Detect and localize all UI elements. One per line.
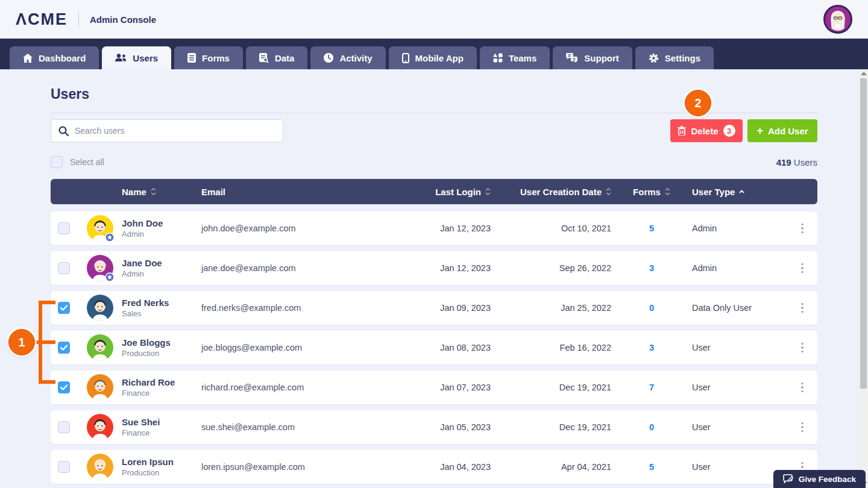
users-icon — [115, 54, 127, 62]
table-row: Richard Roe Finance richard.roe@example.… — [51, 371, 817, 404]
user-role: Admin — [122, 230, 201, 239]
user-type: Admin — [685, 224, 787, 233]
user-name: Jane Doe — [122, 258, 201, 268]
logo-divider — [78, 11, 79, 27]
annotation-connector — [42, 340, 55, 344]
forms-count-link[interactable]: 7 — [649, 383, 654, 392]
scrollbar-thumb[interactable] — [860, 78, 867, 389]
user-email: joe.bloggs@example.com — [201, 343, 407, 352]
trash-icon — [678, 126, 686, 136]
row-checkbox[interactable] — [58, 421, 70, 433]
user-name: Fred Nerks — [122, 298, 201, 308]
last-login: Jan 07, 2023 — [407, 383, 498, 392]
column-header-creation-date[interactable]: User Creation Date — [498, 187, 618, 197]
forms-count-link[interactable]: 0 — [649, 422, 654, 432]
user-name: Loren Ipsun — [122, 457, 201, 467]
phone-icon — [402, 53, 409, 63]
column-header-forms[interactable]: Forms — [618, 187, 685, 197]
give-feedback-button[interactable]: Give Feedback — [773, 470, 866, 488]
last-login: Jan 05, 2023 — [407, 422, 498, 432]
add-user-button[interactable]: + Add User — [747, 119, 817, 142]
tab-mobile-app[interactable]: Mobile App — [389, 46, 477, 69]
row-checkbox[interactable] — [58, 381, 70, 393]
row-menu-kebab-icon[interactable] — [799, 420, 806, 435]
user-avatar — [87, 255, 113, 281]
search-icon — [58, 126, 69, 136]
last-login: Jan 08, 2023 — [407, 343, 498, 352]
row-menu-kebab-icon[interactable] — [799, 301, 806, 316]
forms-count-link[interactable]: 3 — [649, 263, 654, 273]
user-email: fred.nerks@example.com — [201, 303, 407, 313]
vertical-scrollbar[interactable] — [859, 69, 868, 488]
select-all-checkbox[interactable] — [51, 156, 63, 168]
row-checkbox[interactable] — [58, 461, 70, 473]
plus-icon: + — [756, 125, 763, 137]
admin-badge-icon — [105, 233, 115, 242]
scroll-up-arrow-icon[interactable] — [861, 72, 867, 75]
sort-icon — [665, 188, 670, 195]
tab-teams[interactable]: Teams — [480, 46, 550, 69]
user-email: sue.shei@example.com — [201, 422, 407, 432]
select-all-label: Select all — [70, 157, 104, 167]
tab-support[interactable]: Support — [553, 46, 632, 69]
sort-asc-icon — [739, 190, 744, 193]
user-avatar — [87, 215, 113, 242]
tab-settings[interactable]: Settings — [635, 46, 714, 69]
creation-date: Oct 10, 2021 — [498, 224, 618, 233]
table-row: John Doe Admin john.doe@example.com Jan … — [51, 211, 817, 245]
creation-date: Dec 19, 2021 — [498, 422, 618, 432]
forms-count-link[interactable]: 5 — [649, 462, 654, 472]
forms-count-link[interactable]: 3 — [649, 343, 654, 352]
row-menu-kebab-icon[interactable] — [799, 261, 806, 276]
toolbar: Delete 3 + Add User — [51, 119, 817, 142]
delete-count-badge: 3 — [723, 125, 735, 137]
user-role: Production — [122, 349, 201, 358]
creation-date: Jan 25, 2022 — [498, 303, 618, 313]
annotation-step-2: 2 — [685, 90, 711, 116]
column-header-email[interactable]: Email — [201, 187, 407, 197]
table-header: Name Email Last Login User Creation Date… — [51, 179, 817, 204]
top-header: ΛCME Admin Console — [0, 0, 868, 39]
user-type: Data Only User — [685, 303, 787, 313]
user-email: richard.roe@example.com — [201, 383, 407, 392]
tab-dashboard[interactable]: Dashboard — [10, 46, 99, 69]
sort-icon — [606, 188, 611, 195]
forms-count-link[interactable]: 0 — [649, 303, 654, 313]
creation-date: Feb 16, 2022 — [498, 343, 618, 352]
table-row: Joe Bloggs Production joe.bloggs@example… — [51, 331, 817, 364]
row-menu-kebab-icon[interactable] — [799, 380, 806, 395]
last-login: Jan 12, 2023 — [407, 263, 498, 273]
sort-icon — [151, 188, 156, 195]
app-title: Admin Console — [90, 14, 156, 25]
user-avatar — [87, 454, 113, 480]
select-all-row: Select all 419 Users — [51, 155, 817, 169]
user-avatar — [87, 334, 113, 361]
row-checkbox[interactable] — [58, 302, 70, 314]
row-menu-kebab-icon[interactable] — [799, 340, 806, 355]
column-header-last-login[interactable]: Last Login — [407, 187, 498, 197]
forms-count-link[interactable]: 5 — [649, 224, 654, 233]
column-header-name[interactable]: Name — [122, 187, 201, 197]
feedback-chat-pencil-icon — [783, 474, 794, 484]
row-checkbox[interactable] — [58, 342, 70, 354]
search-input[interactable] — [75, 126, 275, 136]
user-name: Richard Roe — [122, 377, 201, 387]
account-avatar[interactable] — [823, 5, 852, 34]
tab-forms[interactable]: Forms — [174, 46, 243, 69]
forms-icon — [187, 53, 196, 63]
main-content: Users Delete 3 + Add User Select all 419… — [0, 69, 868, 488]
user-avatar — [87, 295, 113, 321]
column-header-user-type[interactable]: User Type — [685, 187, 787, 197]
tab-activity[interactable]: Activity — [310, 46, 385, 69]
table-row: Loren Ipsun Production loren.ipsun@examp… — [51, 450, 817, 484]
user-role: Finance — [122, 389, 201, 398]
tab-users[interactable]: Users — [102, 46, 171, 69]
user-role: Admin — [122, 269, 201, 278]
row-checkbox[interactable] — [58, 262, 70, 274]
user-type: User — [685, 422, 787, 432]
tab-data[interactable]: Data — [246, 46, 308, 69]
row-checkbox[interactable] — [58, 222, 70, 234]
delete-button[interactable]: Delete 3 — [670, 119, 743, 142]
row-menu-kebab-icon[interactable] — [799, 221, 806, 236]
annotation-connector — [42, 380, 55, 384]
